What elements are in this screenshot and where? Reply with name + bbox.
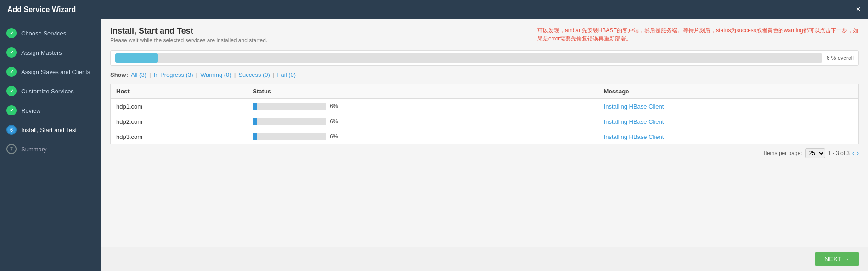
status-bar-container — [253, 133, 326, 140]
overall-progress-row: 6 % overall — [110, 50, 859, 66]
sidebar-label-choose-services: Choose Services — [21, 30, 66, 37]
table-row: hdp2.com6%Installing HBase Client — [111, 114, 859, 129]
pagination-row: Items per page: 25 1 - 3 of 3 ‹ › — [110, 144, 859, 162]
filter-success[interactable]: Success (0) — [238, 71, 270, 78]
overall-bar-container — [115, 53, 822, 63]
filter-row: Show: All (3) | In Progress (3) | Warnin… — [110, 71, 859, 78]
sidebar-item-assign-slaves[interactable]: ✓Assign Slaves and Clients — [0, 62, 101, 81]
step-circle-summary: 7 — [6, 144, 17, 154]
pagination-label: Items per page: — [764, 150, 802, 156]
col-message: Message — [598, 84, 859, 99]
modal-title: Add Service Wizard — [7, 6, 76, 14]
show-label: Show: — [110, 71, 128, 78]
page-subtitle: Please wait while the selected services … — [110, 37, 267, 44]
status-bar-fill — [253, 133, 257, 140]
status-cell: 6% — [247, 129, 598, 144]
status-percent: 6% — [330, 118, 338, 125]
message-link[interactable]: Installing HBase Client — [604, 133, 664, 140]
sidebar-label-summary: Summary — [21, 146, 47, 153]
status-cell: 6% — [247, 99, 598, 114]
modal-wrapper: Add Service Wizard × ✓Choose Services✓As… — [0, 0, 868, 271]
sidebar-label-review: Review — [21, 107, 41, 114]
overall-label: 6 % overall — [827, 55, 854, 61]
step-circle-customize-services: ✓ — [6, 86, 17, 96]
sidebar: ✓Choose Services✓Assign Masters✓Assign S… — [0, 19, 101, 271]
col-host: Host — [111, 84, 248, 99]
step-circle-assign-slaves: ✓ — [6, 67, 17, 77]
prev-page-button[interactable]: ‹ — [852, 150, 854, 156]
next-button[interactable]: NEXT → — [815, 252, 859, 266]
sidebar-item-customize-services[interactable]: ✓Customize Services — [0, 81, 101, 101]
host-cell: hdp3.com — [111, 129, 248, 144]
status-cell: 6% — [247, 114, 598, 129]
next-page-button[interactable]: › — [857, 150, 859, 156]
step-circle-choose-services: ✓ — [6, 28, 17, 38]
page-title: Install, Start and Test — [110, 26, 267, 36]
sidebar-item-assign-masters[interactable]: ✓Assign Masters — [0, 43, 101, 62]
close-button[interactable]: × — [856, 5, 861, 14]
sidebar-label-assign-masters: Assign Masters — [21, 49, 62, 56]
sidebar-item-review[interactable]: ✓Review — [0, 101, 101, 120]
note-text: 可以发现，ambari先安装HBASE的客户端，然后是服务端。等待片刻后，sta… — [537, 26, 859, 43]
step-circle-install-start-test: 6 — [6, 125, 17, 135]
host-cell: hdp1.com — [111, 99, 248, 114]
content-header: Install, Start and Test Please wait whil… — [110, 26, 859, 44]
filter-all[interactable]: All (3) — [131, 71, 147, 78]
host-cell: hdp2.com — [111, 114, 248, 129]
status-bar-fill — [253, 118, 257, 125]
table-row: hdp3.com6%Installing HBase Client — [111, 129, 859, 144]
filter-warning[interactable]: Warning (0) — [200, 71, 231, 78]
filter-fail[interactable]: Fail (0) — [277, 71, 296, 78]
status-percent: 6% — [330, 103, 338, 110]
sidebar-item-choose-services[interactable]: ✓Choose Services — [0, 23, 101, 43]
status-bar-container — [253, 118, 326, 125]
col-status: Status — [247, 84, 598, 99]
step-circle-assign-masters: ✓ — [6, 47, 17, 58]
step-circle-review: ✓ — [6, 105, 17, 115]
sidebar-label-customize-services: Customize Services — [21, 88, 74, 95]
status-bar-container — [253, 103, 326, 110]
modal-footer: NEXT → — [101, 247, 868, 271]
message-cell: Installing HBase Client — [598, 99, 859, 114]
per-page-select[interactable]: 25 — [805, 148, 825, 158]
sidebar-item-summary[interactable]: 7Summary — [0, 139, 101, 159]
status-percent: 6% — [330, 133, 338, 140]
overall-bar-fill — [115, 53, 158, 63]
table-row: hdp1.com6%Installing HBase Client — [111, 99, 859, 114]
message-cell: Installing HBase Client — [598, 114, 859, 129]
message-link[interactable]: Installing HBase Client — [604, 103, 664, 110]
message-cell: Installing HBase Client — [598, 129, 859, 144]
host-table: Host Status Message hdp1.com6%Installing… — [110, 84, 859, 144]
filter-in-progress[interactable]: In Progress (3) — [154, 71, 193, 78]
message-link[interactable]: Installing HBase Client — [604, 118, 664, 125]
modal-header: Add Service Wizard × — [0, 0, 868, 19]
content-area: Install, Start and Test Please wait whil… — [101, 19, 868, 247]
sidebar-item-install-start-test[interactable]: 6Install, Start and Test — [0, 120, 101, 139]
status-bar-fill — [253, 103, 257, 110]
sidebar-label-install-start-test: Install, Start and Test — [21, 127, 77, 133]
divider — [110, 167, 859, 167]
main-content: Install, Start and Test Please wait whil… — [101, 19, 868, 271]
page-range: 1 - 3 of 3 — [828, 150, 850, 156]
sidebar-label-assign-slaves: Assign Slaves and Clients — [21, 69, 90, 75]
modal-body: ✓Choose Services✓Assign Masters✓Assign S… — [0, 19, 868, 271]
